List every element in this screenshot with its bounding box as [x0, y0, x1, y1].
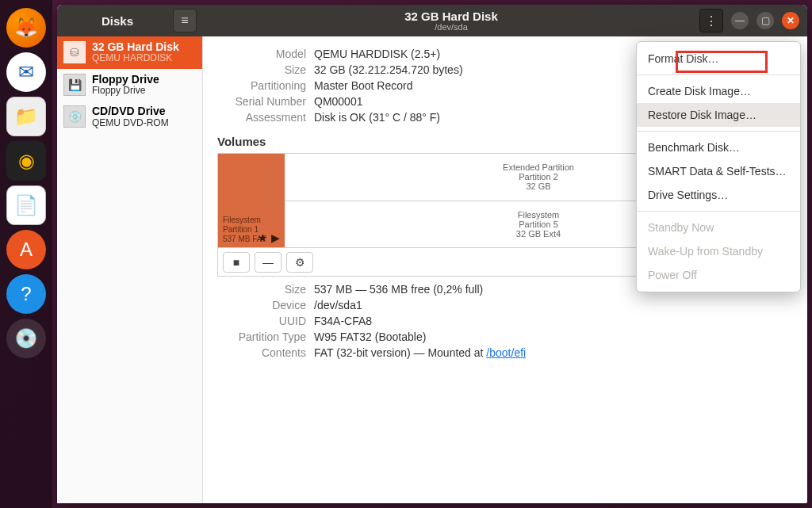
disks-window: Disks ≡ 32 GB Hard Disk /dev/sda ⋮ — ▢ ✕…	[57, 5, 807, 503]
vol2-line2: Partition 2	[519, 172, 558, 181]
maximize-button[interactable]: ▢	[756, 12, 774, 29]
drive-icon: ⛁	[63, 41, 86, 63]
menu-separator	[637, 74, 800, 75]
value-model: QEMU HARDDISK (2.5+)	[314, 48, 440, 60]
window-subtitle: /dev/sda	[203, 22, 699, 32]
device-name: 32 GB Hard Disk	[92, 41, 179, 53]
label-partition-type: Partition Type	[217, 330, 306, 343]
vol5-line3: 32 GB Ext4	[516, 229, 561, 239]
device-item-cddvd[interactable]: 💿 CD/DVD Drive QEMU DVD-ROM	[57, 101, 202, 133]
mount-point-link[interactable]: /boot/efi	[486, 346, 526, 359]
star-icon: ★	[258, 231, 268, 244]
device-item-hard-disk[interactable]: ⛁ 32 GB Hard Disk QEMU HARDDISK	[57, 36, 202, 69]
menu-restore-disk-image[interactable]: Restore Disk Image…	[637, 103, 800, 127]
value-contents: FAT (32-bit version) — Mounted at /boot/…	[314, 346, 526, 359]
dock-files-icon[interactable]: 📁	[6, 97, 46, 136]
menu-drive-settings[interactable]: Drive Settings…	[637, 183, 800, 207]
value-uuid: F34A-CFA8	[314, 315, 372, 327]
device-sub: Floppy Drive	[92, 86, 159, 96]
titlebar-sidebar-title: Disks	[62, 14, 173, 28]
delete-partition-button[interactable]: —	[255, 252, 282, 273]
titlebar-center: 32 GB Hard Disk /dev/sda	[203, 10, 699, 32]
more-actions-button[interactable]: ⋮	[699, 9, 723, 32]
dock-disks-icon[interactable]: 💿	[6, 319, 46, 358]
drive-options-menu: Format Disk… Create Disk Image… Restore …	[636, 41, 801, 292]
label-model: Model	[217, 48, 306, 60]
dock-rhythmbox-icon[interactable]: ◉	[6, 141, 46, 181]
vol5-line1: Filesystem	[518, 210, 560, 220]
volume-partition-1[interactable]: Filesystem Partition 1 537 MB FAT ★ ▶	[218, 154, 285, 247]
label-part-size: Size	[217, 283, 306, 296]
value-assessment: Disk is OK (31° C / 88° F)	[314, 111, 440, 124]
device-sidebar: ⛁ 32 GB Hard Disk QEMU HARDDISK 💾 Floppy…	[57, 36, 203, 503]
menu-standby-now: Standby Now	[637, 216, 800, 239]
play-icon: ▶	[271, 231, 280, 244]
dock-help-icon[interactable]: ?	[6, 274, 46, 314]
label-assessment: Assessment	[217, 111, 306, 124]
contents-text: FAT (32-bit version) — Mounted at	[314, 346, 486, 359]
menu-benchmark-disk[interactable]: Benchmark Disk…	[637, 136, 800, 159]
label-uuid: UUID	[217, 315, 306, 327]
hamburger-button[interactable]: ≡	[173, 9, 197, 32]
menu-separator	[637, 131, 800, 132]
close-button[interactable]: ✕	[782, 12, 799, 29]
value-partitioning: Master Boot Record	[314, 79, 413, 92]
titlebar: Disks ≡ 32 GB Hard Disk /dev/sda ⋮ — ▢ ✕	[57, 5, 807, 36]
dock-software-icon[interactable]: A	[6, 230, 46, 269]
titlebar-right: ⋮ — ▢ ✕	[699, 9, 807, 32]
vol2-line3: 32 GB	[526, 181, 550, 191]
floppy-icon: 💾	[63, 74, 86, 96]
device-name: CD/DVD Drive	[92, 105, 169, 117]
vol5-line2: Partition 5	[519, 220, 558, 229]
titlebar-left: Disks ≡	[57, 9, 203, 32]
device-sub: QEMU HARDDISK	[92, 53, 179, 63]
menu-power-off: Power Off	[637, 263, 800, 287]
label-partitioning: Partitioning	[217, 79, 306, 92]
dock-firefox-icon[interactable]: 🦊	[6, 8, 46, 48]
label-serial: Serial Number	[217, 95, 306, 108]
device-item-floppy[interactable]: 💾 Floppy Drive Floppy Drive	[57, 69, 202, 101]
value-serial: QM00001	[314, 95, 362, 108]
value-device: /dev/sda1	[314, 299, 362, 311]
disc-icon: 💿	[63, 105, 86, 128]
device-name: Floppy Drive	[92, 74, 159, 86]
vol2-line1: Extended Partition	[503, 162, 574, 172]
unmount-button[interactable]: ■	[223, 252, 250, 273]
label-size: Size	[217, 63, 306, 76]
window-title: 32 GB Hard Disk	[203, 10, 699, 22]
minimize-button[interactable]: —	[731, 12, 749, 29]
partition-settings-button[interactable]: ⚙	[286, 252, 313, 273]
device-sub: QEMU DVD-ROM	[92, 118, 169, 128]
value-partition-type: W95 FAT32 (Bootable)	[314, 330, 426, 343]
menu-wakeup-standby: Wake-Up from Standby	[637, 239, 800, 263]
value-part-size: 537 MB — 536 MB free (0,2% full)	[314, 283, 483, 296]
menu-separator	[637, 211, 800, 212]
vol1-line1: Filesystem	[223, 216, 280, 225]
menu-format-disk[interactable]: Format Disk…	[637, 47, 800, 71]
label-device: Device	[217, 299, 306, 311]
ubuntu-dock: 🦊 ✉ 📁 ◉ 📄 A ? 💿	[0, 0, 52, 508]
value-size: 32 GB (32.212.254.720 bytes)	[314, 63, 463, 76]
menu-smart-data[interactable]: SMART Data & Self-Tests…	[637, 159, 800, 183]
menu-create-disk-image[interactable]: Create Disk Image…	[637, 79, 800, 103]
dock-writer-icon[interactable]: 📄	[6, 185, 46, 225]
label-contents: Contents	[217, 346, 306, 359]
dock-thunderbird-icon[interactable]: ✉	[6, 52, 46, 92]
